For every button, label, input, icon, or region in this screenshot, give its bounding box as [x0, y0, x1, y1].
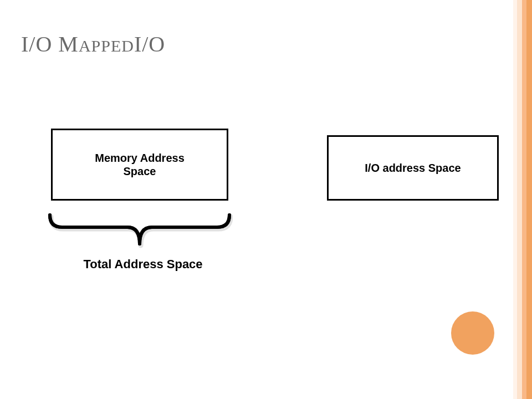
memory-address-space-box: Memory Address Space — [51, 129, 228, 201]
io-address-space-label: I/O address Space — [365, 161, 461, 175]
slide-title: I/O MAPPEDI/O — [21, 31, 165, 57]
slide-canvas: I/O MAPPEDI/O Memory Address Space I/O a… — [0, 0, 532, 399]
total-address-space-brace — [47, 212, 233, 253]
title-smallcaps: APPED — [79, 37, 134, 55]
title-part1: I/O M — [21, 32, 79, 57]
total-address-space-caption: Total Address Space — [60, 257, 226, 272]
memory-label-line2: Space — [124, 165, 156, 177]
title-part2: I/O — [134, 32, 165, 57]
memory-address-space-label: Memory Address Space — [95, 151, 185, 178]
io-address-space-box: I/O address Space — [327, 135, 499, 201]
memory-label-line1: Memory Address — [95, 152, 185, 164]
accent-circle-icon — [451, 311, 494, 355]
